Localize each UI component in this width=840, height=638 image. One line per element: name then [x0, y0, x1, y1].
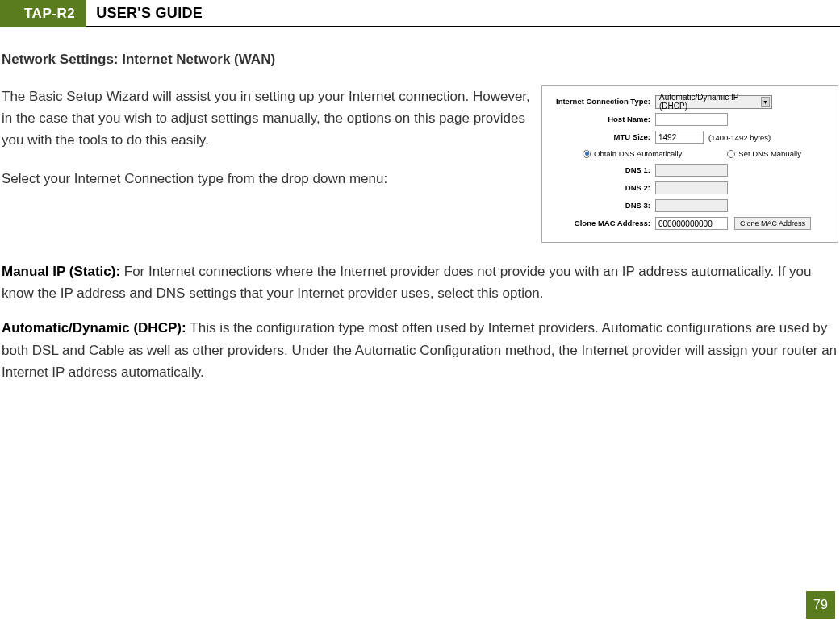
connection-type-label: Internet Connection Type:: [550, 98, 655, 106]
host-name-label: Host Name:: [550, 115, 655, 124]
dns-auto-label: Obtain DNS Automatically: [594, 149, 682, 158]
page-number: 79: [806, 591, 835, 619]
dns1-label: DNS 1:: [550, 166, 655, 175]
intro-text-1: The Basic Setup Wizard will assist you i…: [2, 85, 533, 152]
connection-type-value: Automatic/Dynamic IP (DHCP): [659, 93, 759, 111]
dns3-label: DNS 3:: [550, 202, 655, 211]
radio-unchecked-icon: [727, 150, 735, 158]
clone-mac-label: Clone MAC Address:: [550, 219, 655, 228]
mtu-input[interactable]: [655, 131, 704, 144]
dns2-input[interactable]: [655, 181, 728, 194]
intro-text-2: Select your Internet Connection type fro…: [2, 168, 533, 190]
product-tag: TAP-R2: [16, 0, 86, 27]
clone-mac-input[interactable]: [655, 217, 728, 230]
section-heading: Network Settings: Internet Network (WAN): [2, 52, 838, 68]
mtu-hint: (1400-1492 bytes): [708, 133, 771, 142]
clone-mac-button[interactable]: Clone MAC Address: [734, 217, 811, 230]
mtu-label: MTU Size:: [550, 133, 655, 142]
auto-dhcp-label: Automatic/Dynamic (DHCP):: [2, 320, 190, 336]
radio-checked-icon: [583, 150, 591, 158]
dns-manual-radio[interactable]: Set DNS Manually: [727, 149, 801, 158]
dns3-input[interactable]: [655, 199, 728, 212]
dns-auto-radio[interactable]: Obtain DNS Automatically: [583, 149, 682, 158]
connection-type-select[interactable]: Automatic/Dynamic IP (DHCP) ▼: [655, 95, 772, 109]
header-accent: [0, 0, 16, 27]
chevron-down-icon: ▼: [761, 97, 770, 107]
auto-dhcp-paragraph: Automatic/Dynamic (DHCP): This is the co…: [2, 317, 838, 383]
page-header: TAP-R2 USER'S GUIDE: [0, 0, 840, 27]
manual-ip-paragraph: Manual IP (Static): For Internet connect…: [2, 261, 838, 304]
dns-manual-label: Set DNS Manually: [738, 149, 801, 158]
dns2-label: DNS 2:: [550, 184, 655, 193]
document-title: USER'S GUIDE: [86, 0, 840, 27]
settings-screenshot: Internet Connection Type: Automatic/Dyna…: [541, 85, 838, 243]
dns1-input[interactable]: [655, 164, 728, 177]
host-name-input[interactable]: [655, 113, 728, 126]
manual-ip-label: Manual IP (Static):: [2, 264, 124, 279]
